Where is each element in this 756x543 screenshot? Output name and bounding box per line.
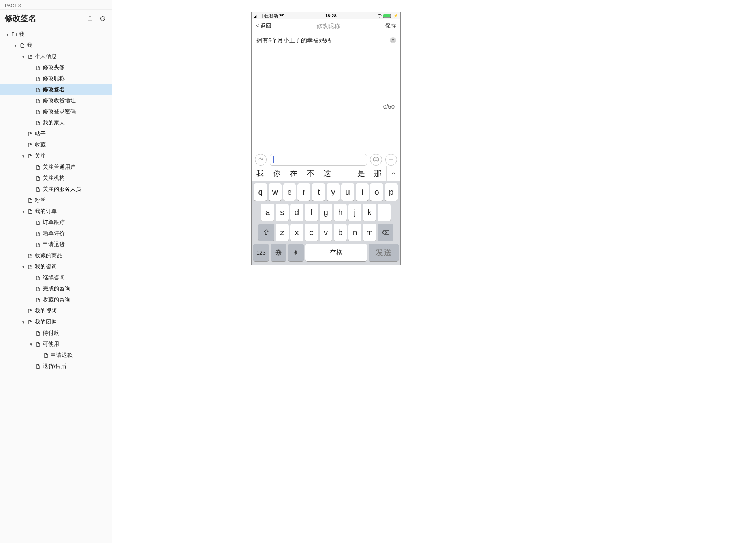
key-e[interactable]: e xyxy=(283,183,296,201)
candidate[interactable]: 你 xyxy=(269,168,286,179)
tree-node-label: 关注普通用户 xyxy=(43,164,76,171)
tree-node[interactable]: ▼关注 xyxy=(0,151,112,162)
tree-node[interactable]: 收藏的咨询 xyxy=(0,294,112,305)
key-d[interactable]: d xyxy=(290,204,303,221)
tree-node[interactable]: 修改登录密码 xyxy=(0,106,112,117)
tree-node[interactable]: 帖子 xyxy=(0,128,112,140)
tree-node[interactable]: 粉丝 xyxy=(0,195,112,206)
key-j[interactable]: j xyxy=(348,204,361,221)
key-a[interactable]: a xyxy=(261,204,274,221)
disclosure-triangle-icon[interactable]: ▼ xyxy=(21,265,26,269)
tree-node[interactable]: ▼我 xyxy=(0,40,112,51)
page-icon xyxy=(43,353,49,358)
key-n[interactable]: n xyxy=(348,224,361,241)
key-u[interactable]: u xyxy=(341,183,354,201)
tree-node[interactable]: 修改签名 xyxy=(0,84,112,95)
plus-icon[interactable] xyxy=(385,154,397,166)
shift-key[interactable] xyxy=(258,224,274,241)
disclosure-triangle-icon[interactable]: ▼ xyxy=(21,154,26,158)
tree-node[interactable]: 我的视频 xyxy=(0,305,112,317)
voice-input-icon[interactable] xyxy=(255,154,267,166)
refresh-icon[interactable] xyxy=(98,14,107,23)
tree-node[interactable]: ▼可使用 xyxy=(0,339,112,350)
tree-node[interactable]: ▼我的咨询 xyxy=(0,261,112,272)
tree-node[interactable]: ▼个人信息 xyxy=(0,51,112,62)
svg-rect-0 xyxy=(254,17,255,18)
tree-node[interactable]: 继续咨询 xyxy=(0,272,112,283)
tree-node[interactable]: 关注机构 xyxy=(0,173,112,184)
tree-node-label: 修改登录密码 xyxy=(43,108,76,115)
key-k[interactable]: k xyxy=(363,204,376,221)
key-m[interactable]: m xyxy=(363,224,376,241)
space-key[interactable]: 空格 xyxy=(305,244,367,261)
back-button[interactable]: < 返回 xyxy=(256,23,271,30)
tree-node[interactable]: 收藏的商品 xyxy=(0,250,112,261)
page-tree[interactable]: ▼我▼我▼个人信息修改头像修改昵称修改签名修改收货地址修改登录密码我的家人帖子收… xyxy=(0,27,112,543)
signature-editor[interactable]: 拥有8个月小王子的幸福妈妈 X 0/50 xyxy=(252,33,400,114)
key-v[interactable]: v xyxy=(320,224,333,241)
key-h[interactable]: h xyxy=(334,204,347,221)
candidate[interactable]: 那 xyxy=(369,168,386,179)
key-f[interactable]: f xyxy=(305,204,318,221)
clear-button[interactable]: X xyxy=(390,37,396,43)
key-c[interactable]: c xyxy=(305,224,318,241)
candidate[interactable]: 一 xyxy=(336,168,353,179)
key-b[interactable]: b xyxy=(334,224,347,241)
tree-node[interactable]: 订单跟踪 xyxy=(0,217,112,228)
disclosure-triangle-icon[interactable]: ▼ xyxy=(21,320,26,324)
candidate[interactable]: 在 xyxy=(285,168,302,179)
candidate[interactable]: 不 xyxy=(302,168,319,179)
tree-node[interactable]: ▼我的订单 xyxy=(0,206,112,217)
tree-node[interactable]: 完成的咨询 xyxy=(0,283,112,294)
tree-node[interactable]: 申请退货 xyxy=(0,239,112,250)
numeric-key[interactable]: 123 xyxy=(253,244,269,261)
ime-input[interactable] xyxy=(270,154,367,166)
key-z[interactable]: z xyxy=(276,224,289,241)
key-s[interactable]: s xyxy=(276,204,289,221)
tree-node[interactable]: 退货/售后 xyxy=(0,361,112,372)
share-icon[interactable] xyxy=(86,14,94,23)
tree-node[interactable]: ▼我的团购 xyxy=(0,317,112,328)
tree-node[interactable]: 收藏 xyxy=(0,140,112,151)
key-q[interactable]: q xyxy=(254,183,267,201)
mic-key[interactable] xyxy=(288,244,304,261)
disclosure-triangle-icon[interactable]: ▼ xyxy=(28,342,34,347)
tree-node[interactable]: 待付款 xyxy=(0,328,112,339)
key-o[interactable]: o xyxy=(370,183,383,201)
page-icon xyxy=(35,176,41,181)
tree-node[interactable]: 修改头像 xyxy=(0,62,112,73)
send-key[interactable]: 发送 xyxy=(369,244,399,261)
tree-node[interactable]: ▼我 xyxy=(0,29,112,40)
disclosure-triangle-icon[interactable]: ▼ xyxy=(21,209,26,214)
candidate[interactable]: 是 xyxy=(353,168,370,179)
tree-node[interactable]: 关注普通用户 xyxy=(0,162,112,173)
key-i[interactable]: i xyxy=(356,183,369,201)
disclosure-triangle-icon[interactable]: ▼ xyxy=(5,32,10,37)
delete-key[interactable] xyxy=(378,224,393,241)
save-button[interactable]: 保存 xyxy=(385,23,396,30)
key-r[interactable]: r xyxy=(297,183,310,201)
tree-node[interactable]: 晒单评价 xyxy=(0,228,112,239)
emoji-icon[interactable] xyxy=(370,154,382,166)
key-y[interactable]: y xyxy=(327,183,340,201)
candidate[interactable]: 这 xyxy=(319,168,336,179)
disclosure-triangle-icon[interactable]: ▼ xyxy=(13,43,18,48)
key-p[interactable]: p xyxy=(385,183,398,201)
key-g[interactable]: g xyxy=(320,204,333,221)
tree-node[interactable]: 我的家人 xyxy=(0,117,112,128)
tree-node[interactable]: 申请退款 xyxy=(0,350,112,361)
candidate-more-icon[interactable] xyxy=(386,166,400,181)
candidate[interactable]: 我 xyxy=(252,168,269,179)
globe-key[interactable] xyxy=(271,244,286,261)
tree-node-label: 收藏 xyxy=(35,141,46,149)
key-x[interactable]: x xyxy=(290,224,303,241)
tree-node[interactable]: 修改收货地址 xyxy=(0,95,112,106)
key-l[interactable]: l xyxy=(378,204,391,221)
key-w[interactable]: w xyxy=(269,183,282,201)
page-icon xyxy=(35,242,41,247)
tree-node[interactable]: 修改昵称 xyxy=(0,73,112,84)
key-t[interactable]: t xyxy=(312,183,325,201)
tree-node[interactable]: 关注的服务人员 xyxy=(0,184,112,195)
page-icon xyxy=(35,342,41,347)
disclosure-triangle-icon[interactable]: ▼ xyxy=(21,55,26,59)
